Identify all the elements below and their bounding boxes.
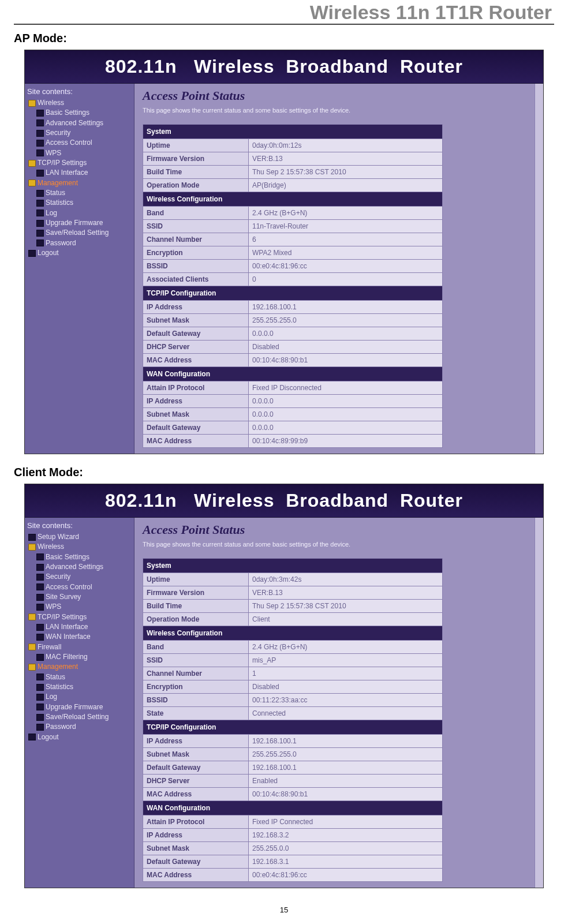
page-icon (36, 140, 44, 147)
page-icon (36, 583, 44, 590)
nav-item-access-control[interactable]: Access Control (36, 582, 132, 592)
sidebar: Site contents: WirelessBasic SettingsAdv… (25, 84, 134, 454)
row-value: 2.4 GHz (B+G+N) (249, 641, 443, 654)
nav-item-wan-interface[interactable]: WAN Interface (36, 632, 132, 642)
nav-item-status[interactable]: Status (36, 188, 132, 198)
nav-item-log[interactable]: Log (36, 208, 132, 218)
nav-label: Status (46, 189, 65, 197)
page-icon (36, 119, 44, 126)
page-description: This page shows the current status and s… (143, 107, 529, 114)
nav-folder-management[interactable]: ManagementStatusStatisticsLogUpgrade Fir… (28, 178, 132, 248)
page-title: Access Point Status (143, 522, 529, 537)
nav-item-upgrade-firmware[interactable]: Upgrade Firmware (36, 702, 132, 712)
nav-item-status[interactable]: Status (36, 672, 132, 682)
nav-label: Wireless (38, 543, 64, 551)
nav-item-security[interactable]: Security (36, 572, 132, 582)
ap-mode-screenshot: 802.11n Wireless Broadband Router Site c… (24, 50, 544, 454)
nav-item-setup-wizard[interactable]: Setup Wizard (28, 532, 132, 542)
table-row: Default Gateway192.168.3.1 (143, 855, 443, 869)
row-value: VER:B.13 (249, 586, 443, 600)
row-label: MAC Address (143, 788, 249, 801)
nav-folder-firewall[interactable]: FirewallMAC Filtering (28, 642, 132, 663)
row-label: IP Address (143, 395, 249, 408)
nav-item-site-survey[interactable]: Site Survey (36, 592, 132, 602)
nav-item-logout[interactable]: Logout (28, 732, 132, 742)
nav-label: Save/Reload Setting (46, 229, 109, 237)
row-label: IP Address (143, 735, 249, 748)
nav-item-wps[interactable]: WPS (36, 602, 132, 612)
nav-folder-wireless[interactable]: WirelessBasic SettingsAdvanced SettingsS… (28, 542, 132, 612)
row-label: Build Time (143, 166, 249, 179)
table-row: DHCP ServerEnabled (143, 775, 443, 788)
nav-item-save-reload-setting[interactable]: Save/Reload Setting (36, 712, 132, 722)
nav-label: Password (46, 723, 76, 731)
nav-item-log[interactable]: Log (36, 692, 132, 702)
table-row: IP Address192.168.100.1 (143, 735, 443, 748)
table-row: MAC Address00:10:4c:89:99:b9 (143, 435, 443, 448)
folder-icon (28, 100, 36, 107)
table-row: Subnet Mask255.255.255.0 (143, 314, 443, 327)
nav-folder-wireless[interactable]: WirelessBasic SettingsAdvanced SettingsS… (28, 98, 132, 158)
nav-item-advanced-settings[interactable]: Advanced Settings (36, 118, 132, 128)
nav-label: Password (46, 239, 76, 247)
table-row: Attain IP ProtocolFixed IP Connected (143, 815, 443, 829)
section-heading: System (143, 559, 443, 573)
client-mode-heading: Client Mode: (14, 466, 554, 479)
table-row: Default Gateway0.0.0.0 (143, 421, 443, 435)
nav-label: Log (46, 209, 57, 217)
nav-item-save-reload-setting[interactable]: Save/Reload Setting (36, 228, 132, 238)
nav-item-lan-interface[interactable]: LAN Interface (36, 168, 132, 178)
row-label: IP Address (143, 301, 249, 314)
nav-label: Save/Reload Setting (46, 713, 109, 721)
row-value: Thu Sep 2 15:57:38 CST 2010 (249, 166, 443, 179)
page-icon (36, 553, 44, 560)
section-heading: WAN Configuration (143, 801, 443, 815)
scrollbar[interactable] (535, 84, 543, 454)
nav-item-password[interactable]: Password (36, 238, 132, 248)
nav-item-advanced-settings[interactable]: Advanced Settings (36, 562, 132, 572)
row-label: Default Gateway (143, 327, 249, 341)
nav-item-logout[interactable]: Logout (28, 248, 132, 258)
row-value: 192.168.3.1 (249, 855, 443, 869)
row-value: Thu Sep 2 15:57:38 CST 2010 (249, 600, 443, 613)
nav-folder-tcp-ip-settings[interactable]: TCP/IP SettingsLAN Interface (28, 158, 132, 178)
table-row: Associated Clients0 (143, 273, 443, 286)
page-description: This page shows the current status and s… (143, 541, 529, 548)
nav-item-basic-settings[interactable]: Basic Settings (36, 108, 132, 118)
nav-item-mac-filtering[interactable]: MAC Filtering (36, 652, 132, 662)
table-row: MAC Address00:10:4c:88:90:b1 (143, 788, 443, 801)
section-heading: TCP/IP Configuration (143, 720, 443, 735)
row-value: Disabled (249, 341, 443, 354)
nav-label: Upgrade Firmware (46, 703, 103, 711)
row-value: 192.168.3.2 (249, 829, 443, 842)
row-value: 00:e0:4c:81:96:cc (249, 869, 443, 882)
nav-label: Log (46, 693, 57, 701)
nav-item-upgrade-firmware[interactable]: Upgrade Firmware (36, 218, 132, 228)
table-row: Default Gateway0.0.0.0 (143, 327, 443, 341)
nav-item-security[interactable]: Security (36, 128, 132, 138)
nav-item-access-control[interactable]: Access Control (36, 138, 132, 148)
page-icon (36, 674, 44, 680)
page-icon (36, 170, 44, 177)
nav-item-statistics[interactable]: Statistics (36, 682, 132, 692)
nav-item-basic-settings[interactable]: Basic Settings (36, 552, 132, 562)
page-icon (28, 734, 36, 740)
nav-item-password[interactable]: Password (36, 722, 132, 732)
nav-folder-tcp-ip-settings[interactable]: TCP/IP SettingsLAN InterfaceWAN Interfac… (28, 612, 132, 642)
row-label: Default Gateway (143, 761, 249, 775)
scrollbar[interactable] (535, 518, 543, 888)
row-label: State (143, 707, 249, 720)
nav-item-statistics[interactable]: Statistics (36, 198, 132, 208)
nav-item-lan-interface[interactable]: LAN Interface (36, 622, 132, 632)
page-icon (36, 574, 44, 581)
nav-item-wps[interactable]: WPS (36, 148, 132, 158)
nav-label: Advanced Settings (46, 119, 103, 127)
nav-folder-management[interactable]: ManagementStatusStatisticsLogUpgrade Fir… (28, 662, 132, 732)
row-label: Associated Clients (143, 273, 249, 286)
row-value: 1 (249, 667, 443, 680)
table-row: SSIDmis_AP (143, 654, 443, 667)
nav-label: WPS (46, 149, 61, 157)
page-icon (36, 654, 44, 661)
page-title: Access Point Status (143, 88, 529, 103)
table-row: Default Gateway192.168.100.1 (143, 761, 443, 775)
